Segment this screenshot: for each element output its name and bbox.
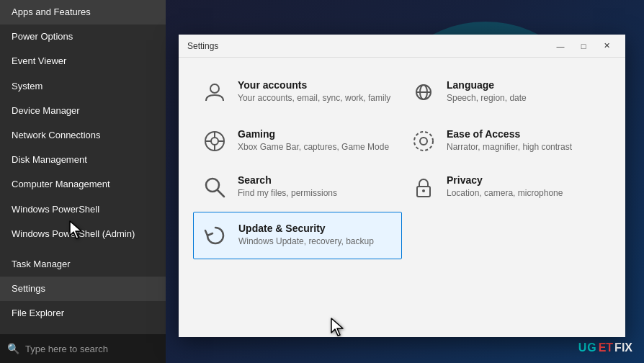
menu-item-event[interactable]: Event Viewer (0, 49, 166, 73)
menu-item-power[interactable]: Power Options (0, 24, 166, 49)
window-title: Settings (187, 41, 218, 51)
gaming-desc: Xbox Game Bar, captures, Game Mode (238, 141, 389, 153)
menu-item-powershell[interactable]: Windows PowerShell (0, 197, 166, 222)
privacy-title: Privacy (447, 174, 563, 186)
settings-item-language[interactable]: Language Speech, region, date (402, 69, 611, 115)
ease-icon (411, 128, 437, 154)
watermark-et: ET (599, 341, 613, 354)
settings-window: Settings — □ ✕ Your accounts Your accoun… (179, 35, 625, 337)
privacy-icon (411, 174, 437, 200)
search-settings-icon (202, 174, 228, 200)
accounts-text: Your accounts Your accounts, email, sync… (238, 79, 390, 104)
search-text: Search Find my files, permissions (238, 174, 337, 200)
settings-item-privacy[interactable]: Privacy Location, camera, microphone (402, 164, 611, 210)
accounts-icon (202, 79, 228, 105)
settings-item-update[interactable]: Update & Security Windows Update, recove… (193, 212, 402, 259)
privacy-text: Privacy Location, camera, microphone (447, 174, 563, 200)
search-desc: Find my files, permissions (238, 187, 337, 200)
update-desc: Windows Update, recovery, backup (238, 236, 374, 248)
taskbar-search-placeholder: Type here to search (25, 344, 108, 354)
svg-point-5 (211, 138, 218, 145)
settings-item-accounts[interactable]: Your accounts Your accounts, email, sync… (193, 69, 402, 115)
language-text: Language Speech, region, date (447, 79, 527, 104)
update-icon (202, 223, 228, 248)
settings-item-search[interactable]: Search Find my files, permissions (193, 164, 402, 210)
svg-point-11 (420, 138, 427, 145)
maximize-button[interactable]: □ (573, 39, 594, 53)
menu-item-settings[interactable]: Settings (0, 277, 166, 301)
menu-item-system[interactable]: System (0, 74, 166, 99)
settings-grid: Gaming Xbox Game Bar, captures, Game Mod… (193, 118, 611, 259)
menu-item-apps[interactable]: Apps and Features (0, 0, 166, 24)
ease-title: Ease of Access (447, 128, 572, 140)
settings-top-row: Your accounts Your accounts, email, sync… (193, 69, 611, 115)
search-title: Search (238, 174, 337, 186)
svg-line-13 (218, 190, 224, 197)
update-text: Update & Security Windows Update, recove… (238, 223, 374, 248)
title-bar: Settings — □ ✕ (179, 35, 625, 58)
menu-item-computer-mgmt[interactable]: Computer Management (0, 172, 166, 197)
svg-point-15 (422, 189, 425, 192)
language-desc: Speech, region, date (447, 92, 527, 104)
menu-item-task-manager[interactable]: Task Manager (0, 252, 166, 277)
gaming-title: Gaming (238, 128, 389, 140)
settings-content: Your accounts Your accounts, email, sync… (179, 58, 625, 337)
ease-text: Ease of Access Narrator, magnifier, high… (447, 128, 572, 153)
menu-item-device-manager[interactable]: Device Manager (0, 99, 166, 123)
minimize-button[interactable]: — (550, 39, 571, 53)
menu-item-powershell-admin[interactable]: Windows PowerShell (Admin) (0, 222, 166, 246)
menu-item-disk[interactable]: Disk Management (0, 148, 166, 172)
close-button[interactable]: ✕ (596, 39, 617, 53)
language-title: Language (447, 79, 527, 91)
watermark: UG ET FIX (578, 341, 632, 354)
update-title: Update & Security (238, 223, 374, 234)
window-controls: — □ ✕ (550, 39, 617, 53)
gaming-icon (202, 128, 228, 154)
context-menu: Apps and Features Power Options Event Vi… (0, 0, 166, 363)
svg-point-0 (210, 84, 219, 93)
menu-item-network[interactable]: Network Connections (0, 123, 166, 148)
language-icon (411, 79, 437, 105)
menu-item-file-explorer[interactable]: File Explorer (0, 301, 166, 326)
settings-item-ease[interactable]: Ease of Access Narrator, magnifier, high… (402, 118, 611, 164)
gaming-text: Gaming Xbox Game Bar, captures, Game Mod… (238, 128, 389, 153)
watermark-fix: FIX (614, 341, 632, 354)
ease-desc: Narrator, magnifier, high contrast (447, 141, 572, 153)
settings-item-gaming[interactable]: Gaming Xbox Game Bar, captures, Game Mod… (193, 118, 402, 164)
taskbar-search-bar[interactable]: 🔍 Type here to search (0, 334, 166, 363)
watermark-ug: UG (578, 341, 597, 354)
accounts-title: Your accounts (238, 79, 390, 91)
accounts-desc: Your accounts, email, sync, work, family (238, 92, 390, 104)
svg-point-10 (414, 132, 433, 151)
privacy-desc: Location, camera, microphone (447, 187, 563, 200)
taskbar-search-icon: 🔍 (7, 343, 19, 354)
